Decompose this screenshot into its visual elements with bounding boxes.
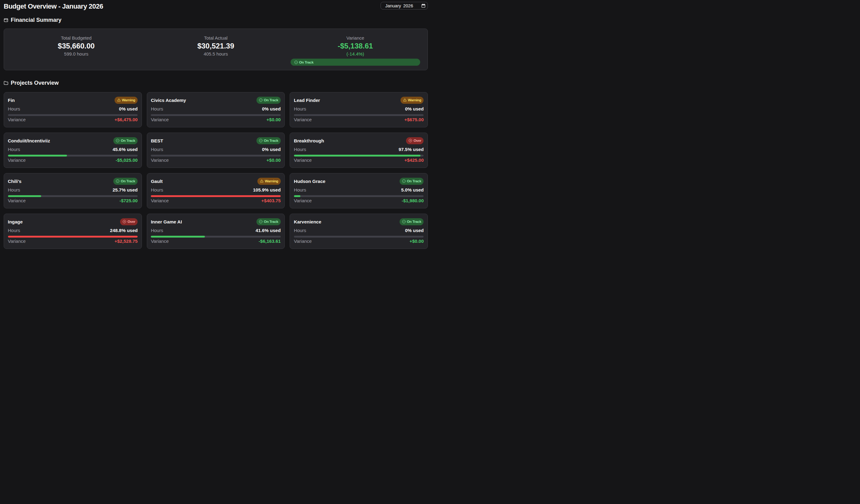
circle-check-icon bbox=[259, 139, 263, 143]
circle-check-icon bbox=[259, 220, 263, 223]
hours-progress-fill bbox=[294, 155, 420, 157]
projects-overview-header: Projects Overview bbox=[4, 78, 428, 87]
project-name: Fin bbox=[8, 98, 15, 103]
calendar-icon[interactable] bbox=[421, 3, 426, 8]
project-card: KarvenienceOn TrackHours0% usedVariance+… bbox=[290, 213, 428, 249]
project-name: Breakthrough bbox=[294, 138, 324, 143]
status-badge-label: On Track bbox=[264, 98, 278, 102]
status-badge-ontrack: On Track bbox=[257, 97, 281, 104]
project-card-header: KarvenienceOn Track bbox=[294, 218, 424, 226]
hours-progress-bar bbox=[151, 236, 281, 238]
hours-progress-bar bbox=[8, 155, 138, 157]
hours-row: Hours0% used bbox=[294, 106, 424, 112]
hours-progress-bar bbox=[294, 114, 424, 116]
status-badge-label: Over bbox=[413, 139, 421, 143]
variance-row: Variance+$0.00 bbox=[151, 157, 281, 163]
hours-label: Hours bbox=[151, 146, 163, 152]
hours-used-pct: 45.6% used bbox=[112, 146, 138, 152]
variance-row: Variance+$0.00 bbox=[151, 117, 281, 123]
status-badge-over: Over bbox=[406, 137, 424, 144]
variance-label: Variance bbox=[8, 117, 26, 123]
variance-value: +$2,528.75 bbox=[115, 238, 138, 244]
project-card-header: Inner Game AIOn Track bbox=[151, 218, 281, 226]
hours-progress-fill bbox=[8, 155, 67, 157]
project-name: Ingage bbox=[8, 219, 23, 224]
status-badge-ontrack: On Track bbox=[400, 218, 424, 225]
hours-progress-bar bbox=[8, 195, 138, 197]
hours-row: Hours105.9% used bbox=[151, 187, 281, 193]
month-picker-value: January2026 bbox=[385, 3, 413, 8]
triangle-alert-icon bbox=[117, 98, 121, 102]
project-name: Civics Academy bbox=[151, 98, 186, 103]
hours-label: Hours bbox=[294, 187, 306, 193]
status-badge-label: On Track bbox=[407, 179, 421, 183]
hours-row: Hours41.6% used bbox=[151, 227, 281, 234]
hours-label: Hours bbox=[8, 187, 20, 193]
status-badge-ontrack: On Track bbox=[113, 178, 138, 185]
hours-progress-bar bbox=[294, 155, 424, 157]
variance-label: Variance bbox=[8, 198, 26, 204]
variance-row: Variance+$403.75 bbox=[151, 198, 281, 204]
project-name: Chili's bbox=[8, 179, 22, 184]
summary-label: Total Actual bbox=[151, 35, 281, 41]
hours-label: Hours bbox=[8, 146, 20, 152]
project-card-header: Conduiit/IncentiviizOn Track bbox=[8, 137, 138, 145]
variance-label: Variance bbox=[8, 238, 26, 244]
hours-progress-fill bbox=[151, 195, 281, 197]
hours-row: Hours0% used bbox=[8, 106, 138, 112]
hours-used-pct: 105.9% used bbox=[253, 187, 281, 193]
variance-value: +$0.00 bbox=[267, 117, 281, 123]
hours-progress-bar bbox=[8, 114, 138, 116]
hours-progress-bar bbox=[151, 155, 281, 157]
variance-value: +$0.00 bbox=[267, 157, 281, 163]
project-name: Hudson Grace bbox=[294, 179, 326, 184]
hours-used-pct: 248.8% used bbox=[110, 227, 138, 234]
projects-grid: FinWarningHours0% usedVariance+$6,475.00… bbox=[4, 92, 428, 249]
project-card: Civics AcademyOn TrackHours0% usedVarian… bbox=[147, 92, 285, 128]
hours-progress-bar bbox=[294, 236, 424, 238]
variance-value: +$6,475.00 bbox=[115, 117, 138, 123]
hours-label: Hours bbox=[151, 227, 163, 234]
status-badge-label: Warning bbox=[408, 98, 421, 102]
circle-x-icon bbox=[408, 139, 412, 143]
hours-row: Hours0% used bbox=[294, 227, 424, 234]
summary-label: Total Budgeted bbox=[11, 35, 141, 41]
variance-value: -$5,025.00 bbox=[115, 157, 138, 163]
status-badge-label: On Track bbox=[121, 179, 135, 183]
financial-summary-title: Financial Summary bbox=[11, 16, 61, 24]
hours-progress-fill bbox=[151, 236, 205, 238]
status-badge-ontrack: On Track bbox=[113, 137, 138, 144]
variance-value: -$1,980.00 bbox=[402, 198, 424, 204]
circle-check-icon bbox=[402, 179, 406, 183]
summary-sub: 599.0 hours bbox=[11, 51, 141, 57]
status-badge-warning: Warning bbox=[401, 97, 424, 104]
hours-progress-bar bbox=[151, 195, 281, 197]
project-card: GaultWarningHours105.9% usedVariance+$40… bbox=[147, 173, 285, 208]
circle-check-icon bbox=[116, 139, 119, 143]
status-badge-ontrack: On Track bbox=[257, 137, 281, 144]
financial-summary-card: Total Budgeted$35,660.00599.0 hoursTotal… bbox=[4, 29, 428, 70]
project-card: FinWarningHours0% usedVariance+$6,475.00 bbox=[4, 92, 142, 128]
variance-label: Variance bbox=[294, 238, 312, 244]
month-segment[interactable]: January bbox=[385, 3, 401, 8]
variance-row: Variance-$725.00 bbox=[8, 198, 138, 204]
triangle-alert-icon bbox=[260, 179, 263, 183]
project-name: Conduiit/Incentiviiz bbox=[8, 138, 51, 143]
variance-value: -$6,163.61 bbox=[259, 238, 281, 244]
circle-check-icon bbox=[259, 98, 263, 102]
project-card: BreakthroughOverHours97.5% usedVariance+… bbox=[290, 133, 428, 168]
hours-label: Hours bbox=[294, 146, 306, 152]
project-name: Gault bbox=[151, 179, 162, 184]
status-badge-warning: Warning bbox=[257, 178, 281, 185]
variance-label: Variance bbox=[294, 198, 312, 204]
hours-used-pct: 41.6% used bbox=[256, 227, 281, 234]
summary-col-total-budgeted: Total Budgeted$35,660.00599.0 hours bbox=[11, 35, 141, 66]
year-segment[interactable]: 2026 bbox=[403, 3, 413, 8]
month-picker-input[interactable]: January2026 bbox=[381, 2, 428, 10]
status-badge-label: Over bbox=[128, 220, 135, 223]
status-badge-over: Over bbox=[120, 218, 138, 225]
summary-sub: 405.5 hours bbox=[151, 51, 281, 57]
status-badge-label: On Track bbox=[121, 139, 135, 143]
hours-row: Hours0% used bbox=[151, 106, 281, 112]
variance-value: +$675.00 bbox=[404, 117, 424, 123]
